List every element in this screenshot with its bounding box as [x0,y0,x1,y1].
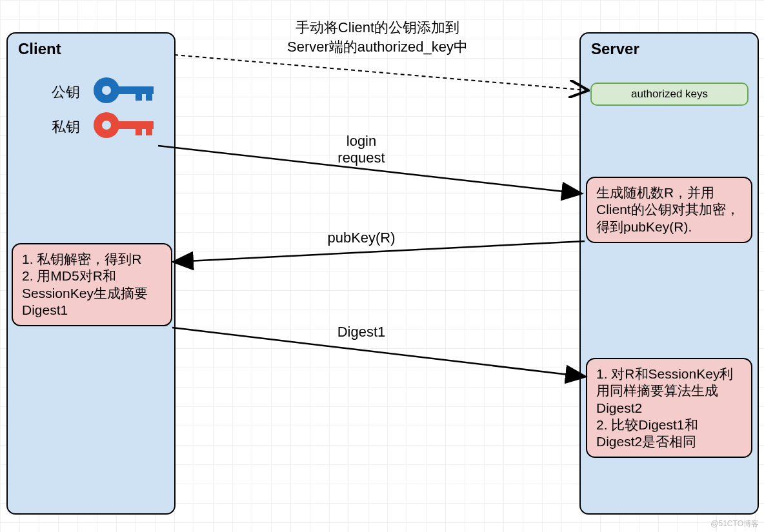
arrow-digest1 [172,328,585,377]
diagram-canvas: Client Server 公钥 私钥 authorized keys 1. 私… [0,0,764,532]
watermark: @51CTO博客 [710,518,759,529]
arrow-pubkey-r [174,241,585,262]
arrows-layer [0,0,764,532]
arrow-login [158,146,581,193]
arrow-manual-add [174,55,587,90]
